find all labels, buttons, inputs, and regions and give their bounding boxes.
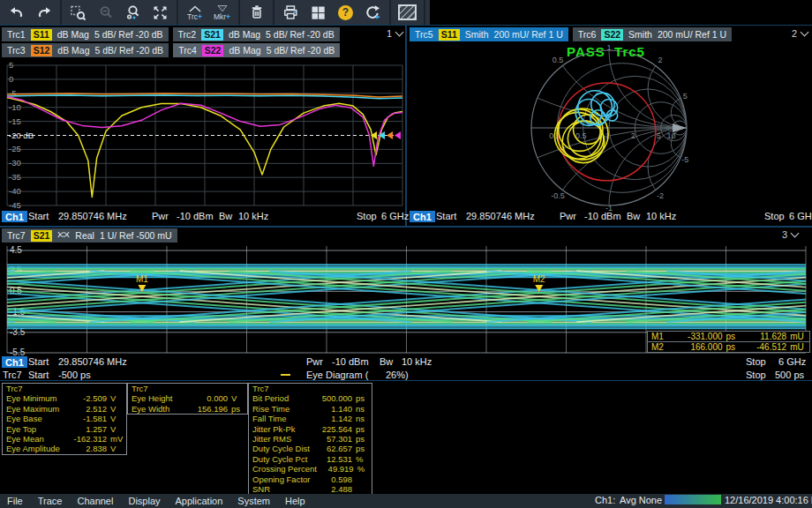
toolbar-group-system: ? [274, 0, 391, 25]
trace-name: Trc4 [178, 45, 197, 56]
table-cell: V [228, 393, 247, 403]
svg-text:-1: -1 [605, 204, 613, 213]
zoom-selection-icon [70, 4, 86, 21]
refresh-button[interactable] [359, 1, 387, 24]
svg-text:0.5: 0.5 [553, 56, 564, 64]
sparam-badge: S21 [201, 29, 223, 41]
w1-header-row1: Trc1 S11 dB Mag 5 dB/ Ref -20 dB Trc2 S2… [2, 27, 340, 41]
main-toolbar: Trc+ Mkr+ ? [0, 0, 430, 25]
table-row: Eye Height0.000V [128, 393, 247, 403]
sparam-badge: S11 [31, 29, 52, 41]
start-label: Start [28, 370, 49, 380]
trace-selector-trc1[interactable]: Trc1 S11 dB Mag 5 dB/ Ref -20 dB [2, 27, 169, 41]
eye-opening-table: Trc7Eye Height0.000VEye Width156.196ps [127, 383, 248, 415]
table-row: Fall Time1.142ns [249, 414, 372, 423]
stop-value: 6 GHz [381, 211, 409, 221]
trace-selector-trc6[interactable]: Trc6 S22 Smith 200 mU/ Ref 1 U [573, 27, 732, 41]
table-cell: -162.312 [66, 434, 107, 444]
table-cell: ps [352, 434, 372, 444]
table-cell: ps [228, 404, 247, 414]
zoom-out-icon [98, 4, 114, 20]
svg-text:M1: M1 [136, 274, 148, 284]
table-cell: 0.598 [312, 474, 352, 484]
print-button[interactable] [277, 1, 304, 24]
trace-selector-trc4[interactable]: Trc4 S22 dB Mag 5 dB/ Ref -20 dB [173, 43, 340, 57]
add-trace-plus: + [198, 12, 202, 21]
windows-button[interactable] [304, 1, 332, 24]
undo-icon [9, 4, 25, 20]
svg-text:-35: -35 [9, 172, 21, 182]
zoom-config-icon [124, 4, 141, 21]
table-cell: Eye Amplitude [3, 444, 66, 453]
eye-diagram-icon [57, 230, 70, 241]
toolbar-group-add: Trc+ Mkr+ [178, 0, 240, 25]
table-cell: 2.512 [66, 404, 107, 414]
undo-button[interactable] [3, 1, 30, 24]
table-cell: Jitter Pk-Pk [249, 424, 312, 434]
window-number: 1 [387, 28, 392, 39]
stop-label: Stop [357, 211, 377, 221]
diagram-mode-label: Eye Diagram ( [306, 370, 368, 380]
table-row: Eye Mean-162.312mV [3, 434, 126, 444]
window-border-vertical [405, 26, 407, 226]
trash-icon [249, 4, 265, 20]
table-row: SNR2.488 [249, 484, 372, 494]
trace-scale: 1 U/ Ref -500 mU [100, 230, 172, 241]
fullscreen-button[interactable] [147, 1, 174, 24]
svg-text:-5: -5 [681, 155, 688, 164]
table-cell: ps [352, 424, 372, 434]
trace-selector-trc2[interactable]: Trc2 S21 dB Mag 5 dB/ Ref -20 dB [173, 27, 340, 41]
trace-name: Trc3 [7, 45, 26, 56]
zoom-out-button[interactable] [92, 1, 119, 24]
table-title: Trc7 [3, 384, 126, 393]
w1-header-row2: Trc3 S12 dB Mag 5 dB/ Ref -20 dB Trc4 S2… [2, 43, 340, 57]
w2-window-number-dropdown[interactable]: 2 [792, 28, 808, 39]
table-cell: Opening Factor [249, 474, 312, 484]
windows-icon [311, 5, 326, 20]
trace-selector-trc3[interactable]: Trc3 S12 dB Mag 5 dB/ Ref -20 dB [2, 43, 169, 57]
trace-name: Trc5 [415, 29, 433, 40]
w3-header-row: Trc7 S21 Real 1 U/ Ref -500 mU [2, 228, 177, 243]
statusbar-channel-label: Ch1: [595, 495, 615, 505]
table-row: Eye Maximum2.512V [3, 404, 126, 414]
app: { "toolbar": { "icons": ["undo","redo","… [0, 0, 812, 508]
marker-readout-table: M1-331.000ps11.628mUM2166.000ps-46.512mU [647, 331, 810, 353]
add-marker-button[interactable]: Mkr+ [208, 1, 236, 24]
svg-text:5: 5 [683, 92, 688, 101]
display-button[interactable] [394, 1, 421, 24]
add-marker-plus: + [226, 12, 230, 21]
help-label: ? [342, 6, 349, 19]
sparam-badge: S11 [439, 29, 460, 41]
w3-channel-status-bar: Ch1 Start 29.850746 MHz Pwr -10 dBm Bw 1… [0, 355, 812, 369]
table-row: Crossing Percent49.919% [249, 464, 372, 474]
table-cell: 1.142 [312, 414, 352, 423]
status-bar-right: Ch1: Avg None 12/16/2019 4:00:16 PM [0, 494, 812, 508]
table-cell: V [107, 404, 126, 414]
zoom-config-button[interactable] [119, 1, 147, 24]
table-row: Eye Amplitude2.838V [3, 444, 126, 453]
toolbar-group-undo [0, 0, 62, 25]
redo-button[interactable] [30, 1, 57, 24]
w3-window-number-dropdown[interactable]: 3 [782, 229, 798, 240]
svg-text:-30: -30 [9, 158, 21, 168]
trace-selector-trc7[interactable]: Trc7 S21 Real 1 U/ Ref -500 mU [2, 228, 177, 243]
table-cell: V [107, 424, 126, 434]
table-row: Rise Time1.140ns [249, 404, 372, 414]
help-button[interactable]: ? [332, 1, 359, 24]
toolbar-group-display [391, 0, 425, 25]
w1-window-number-dropdown[interactable]: 1 [387, 28, 402, 39]
trace-selector-trc5[interactable]: Trc5 S11 Smith 200 mU/ Ref 1 U [410, 27, 568, 41]
table-cell: V [107, 444, 126, 453]
trace-label: Trc7 [3, 370, 22, 380]
start-value: 29.850746 MHz [58, 356, 127, 367]
pwr-label: Pwr [306, 356, 323, 367]
delete-button[interactable] [243, 1, 270, 24]
trace-scale: 5 dB/ Ref -20 dB [266, 29, 335, 40]
table-cell: % [352, 454, 372, 464]
add-trace-button[interactable]: Trc+ [181, 1, 208, 24]
table-cell: ns [352, 414, 372, 423]
trace-name: Trc7 [7, 230, 26, 241]
eye-timing-table: Trc7Bit Period500.000psRise Time1.140nsF… [248, 383, 372, 495]
channel-badge: Ch1 [2, 211, 27, 222]
zoom-selection-button[interactable] [64, 1, 92, 24]
